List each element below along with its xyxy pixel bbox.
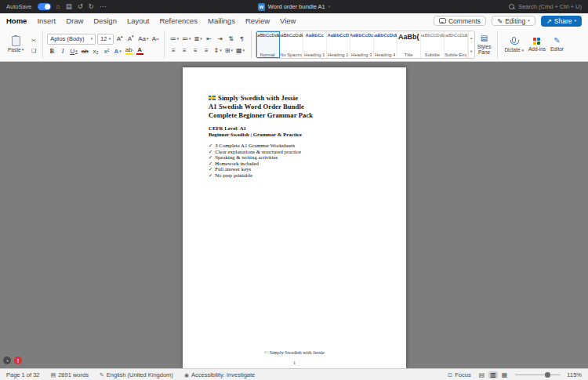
- language-indicator[interactable]: ✎ English (United Kingdom): [100, 371, 173, 378]
- document-canvas[interactable]: Simply Swedish with Jessie A1 Swedish Wo…: [0, 63, 588, 368]
- web-layout-icon[interactable]: ▦: [500, 371, 510, 378]
- underline-button[interactable]: U▾: [69, 46, 78, 56]
- style-heading-4[interactable]: AaBbCcDdE Heading 4: [374, 31, 397, 58]
- tab-mailings[interactable]: Mailings: [208, 16, 235, 25]
- shading-button[interactable]: ▦▾: [235, 45, 245, 56]
- tab-design[interactable]: Design: [93, 16, 117, 25]
- text-effects-button[interactable]: A▾: [113, 46, 122, 56]
- gallery-up-icon[interactable]: ▴: [470, 36, 472, 40]
- word-app-window: AutoSave ⌂ ▤ ↺ ↻ ⋯ W Word order bundle A…: [0, 0, 588, 380]
- document-title-area[interactable]: W Word order bundle A1 ▾: [258, 3, 330, 11]
- styles-pane-button[interactable]: ▤ Styles Pane: [475, 34, 494, 56]
- print-layout-icon[interactable]: ▥: [488, 371, 498, 378]
- change-case-button[interactable]: Aa▾: [137, 34, 149, 44]
- document-page[interactable]: Simply Swedish with Jessie A1 Swedish Wo…: [183, 67, 406, 368]
- style-subtitle[interactable]: AaBbCcDdE Subtitle: [421, 31, 445, 58]
- zoom-slider[interactable]: [515, 371, 561, 378]
- zoom-knob[interactable]: [545, 372, 550, 378]
- borders-button[interactable]: ⊞▾: [224, 45, 234, 56]
- shrink-font-button[interactable]: A▼: [126, 34, 136, 44]
- word-count[interactable]: ▤ 2891 words: [51, 371, 89, 378]
- italic-button[interactable]: I: [58, 46, 67, 56]
- subscript-button[interactable]: x₂: [91, 46, 100, 56]
- redo-icon[interactable]: ↻: [89, 3, 94, 10]
- increase-indent-button[interactable]: ⇥: [216, 34, 225, 44]
- search-icon[interactable]: [509, 4, 515, 10]
- multilevel-list-button[interactable]: ≣▾: [193, 34, 202, 44]
- tab-draw[interactable]: Draw: [66, 16, 83, 25]
- tab-references[interactable]: References: [159, 16, 198, 25]
- page-content: Simply Swedish with Jessie A1 Swedish Wo…: [183, 67, 406, 178]
- zoom-level[interactable]: 115%: [567, 371, 582, 378]
- align-center-button[interactable]: ≡: [180, 45, 189, 56]
- grow-font-button[interactable]: A▲: [115, 34, 125, 44]
- search-hint[interactable]: Search (Cmd + Ctrl + U): [518, 3, 582, 10]
- tab-review[interactable]: Review: [245, 16, 270, 25]
- more-commands-icon[interactable]: ⋯: [100, 3, 107, 10]
- addins-button[interactable]: Add-ins: [526, 37, 548, 52]
- clear-formatting-button[interactable]: A: [151, 34, 160, 44]
- style-heading-3[interactable]: AaBbCcDc Heading 3: [350, 31, 374, 58]
- sort-button[interactable]: ⇅: [227, 34, 236, 44]
- share-icon: ↗: [546, 17, 552, 25]
- decrease-indent-button[interactable]: ⇤: [205, 34, 214, 44]
- tab-layout[interactable]: Layout: [127, 16, 150, 25]
- font-name-select[interactable]: Aptos (Body) ▾: [47, 34, 96, 45]
- superscript-button[interactable]: x²: [102, 46, 111, 56]
- style-heading-2[interactable]: AaBbCcD Heading 2: [327, 31, 350, 58]
- numbering-button[interactable]: ≕▾: [181, 34, 192, 44]
- style-heading-1[interactable]: AaBbCc Heading 1: [303, 31, 327, 58]
- chevron-down-icon: ▾: [109, 37, 111, 41]
- read-mode-icon[interactable]: ▤: [477, 371, 487, 378]
- tab-home[interactable]: Home: [6, 16, 27, 25]
- editing-mode-button[interactable]: ✎ Editing ▾: [492, 16, 535, 26]
- strikethrough-button[interactable]: ab: [80, 46, 89, 56]
- align-right-button[interactable]: ≡: [191, 45, 200, 56]
- word-doc-icon: W: [258, 3, 265, 11]
- align-left-button[interactable]: ≡: [169, 45, 178, 56]
- view-switcher: ▤ ▥ ▦: [477, 371, 510, 378]
- save-icon[interactable]: ▤: [66, 3, 72, 10]
- style-title[interactable]: AaBb( Title: [397, 31, 421, 58]
- tab-view[interactable]: View: [280, 16, 296, 25]
- home-icon[interactable]: ⌂: [56, 3, 60, 10]
- pencil-icon: ✎: [497, 17, 503, 25]
- font-size-select[interactable]: 12 ▾: [97, 34, 114, 45]
- show-paragraph-marks-button[interactable]: ¶: [238, 34, 247, 44]
- checkmark-icon: ✓: [209, 154, 212, 161]
- style-normal[interactable]: AaBbCcDdE Normal: [256, 31, 280, 58]
- page-indicator[interactable]: Page 1 of 32: [6, 371, 40, 378]
- sync-status-icon[interactable]: ◔: [3, 356, 11, 364]
- dictate-button[interactable]: Dictate ▾: [502, 36, 526, 53]
- editor-button[interactable]: ✎ Editor: [548, 36, 566, 52]
- share-button[interactable]: ↗ Share ▾: [541, 16, 582, 27]
- sweden-flag-icon: [209, 96, 216, 100]
- highlight-color-button[interactable]: ab: [124, 46, 133, 56]
- gallery-down-icon[interactable]: ▾: [470, 49, 472, 53]
- document-title[interactable]: Word order bundle A1: [268, 3, 325, 10]
- styles-gallery-scroll[interactable]: ▴ ▾: [468, 31, 474, 58]
- error-badge-icon[interactable]: !: [14, 356, 22, 364]
- autosave-toggle[interactable]: [38, 3, 51, 10]
- chevron-down-icon: ▾: [91, 37, 93, 41]
- divider: [497, 31, 498, 59]
- font-color-button[interactable]: A: [135, 46, 144, 56]
- comments-button[interactable]: Comments: [434, 16, 486, 26]
- style-subtle-emphasis[interactable]: AaBbCcDdE Subtle Emph...: [445, 31, 468, 58]
- justify-button[interactable]: ≡: [201, 45, 211, 56]
- undo-icon[interactable]: ↺: [78, 3, 83, 10]
- tab-insert[interactable]: Insert: [37, 16, 56, 25]
- cut-icon[interactable]: ✂: [29, 37, 38, 45]
- focus-mode-button[interactable]: ⊡ Focus: [448, 371, 470, 378]
- style-no-spacing[interactable]: AaBbCcDdE No Spacing: [280, 31, 303, 58]
- line-spacing-button[interactable]: ⇕▾: [212, 45, 222, 56]
- pencil-icon: ✎: [100, 372, 104, 378]
- doc-level-line-2: Beginner Swedish | Grammar & Practice: [209, 132, 383, 138]
- copy-icon[interactable]: ❏: [29, 47, 38, 55]
- accessibility-checker[interactable]: ◉ Accessibility: Investigate: [184, 371, 255, 378]
- styles-pane-icon: ▤: [481, 34, 488, 42]
- checkmark-icon: ✓: [209, 149, 212, 155]
- paste-button[interactable]: Paste ▾: [5, 35, 27, 53]
- bold-button[interactable]: B: [47, 46, 56, 56]
- bullets-button[interactable]: ≔▾: [169, 34, 180, 44]
